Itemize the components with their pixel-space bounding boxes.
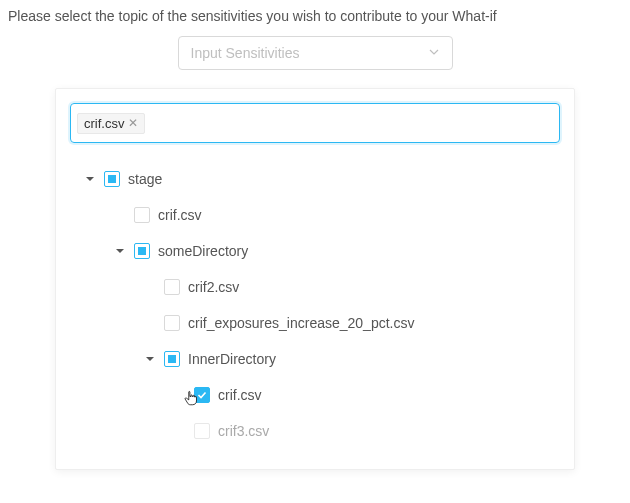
- checkbox-indeterminate[interactable]: [104, 171, 120, 187]
- caret-down-icon[interactable]: [144, 353, 156, 365]
- tree-node-stage[interactable]: stage: [66, 161, 564, 197]
- topic-select[interactable]: Input Sensitivities: [178, 36, 453, 70]
- checkbox-unchecked[interactable]: [164, 279, 180, 295]
- tree-node-label[interactable]: InnerDirectory: [188, 351, 276, 367]
- tree-node-crif-exposures[interactable]: crif_exposures_increase_20_pct.csv: [66, 305, 564, 341]
- checkbox-checked[interactable]: [194, 387, 210, 403]
- tree-node-innerdirectory[interactable]: InnerDirectory: [66, 341, 564, 377]
- tree-select-dropdown: crif.csv ✕ stage crif.csv someDirectory: [55, 88, 575, 470]
- tree-node-label[interactable]: stage: [128, 171, 162, 187]
- remove-tag-icon[interactable]: ✕: [128, 117, 138, 129]
- tree-node-crif[interactable]: crif.csv: [66, 197, 564, 233]
- tree-node-label[interactable]: crif.csv: [218, 387, 262, 403]
- file-tree: stage crif.csv someDirectory crif2.csv c…: [56, 157, 574, 469]
- search-tag-label: crif.csv: [84, 116, 124, 131]
- tree-node-label[interactable]: crif.csv: [158, 207, 202, 223]
- caret-down-icon[interactable]: [114, 245, 126, 257]
- checkbox-indeterminate[interactable]: [134, 243, 150, 259]
- tree-node-somedirectory[interactable]: someDirectory: [66, 233, 564, 269]
- tree-node-crif2[interactable]: crif2.csv: [66, 269, 564, 305]
- tree-node-crif3[interactable]: crif3.csv: [66, 413, 564, 449]
- checkbox-unchecked[interactable]: [164, 315, 180, 331]
- tree-node-label[interactable]: crif2.csv: [188, 279, 239, 295]
- checkbox-unchecked[interactable]: [134, 207, 150, 223]
- checkbox-unchecked[interactable]: [194, 423, 210, 439]
- tree-node-label[interactable]: crif3.csv: [218, 423, 269, 439]
- tree-node-label[interactable]: crif_exposures_increase_20_pct.csv: [188, 315, 414, 331]
- tree-node-label[interactable]: someDirectory: [158, 243, 248, 259]
- checkbox-indeterminate[interactable]: [164, 351, 180, 367]
- instruction-text: Please select the topic of the sensitivi…: [8, 8, 622, 24]
- tree-node-inner-crif[interactable]: crif.csv: [66, 377, 564, 413]
- caret-down-icon[interactable]: [84, 173, 96, 185]
- search-tag[interactable]: crif.csv ✕: [77, 113, 145, 134]
- search-input[interactable]: crif.csv ✕: [70, 103, 560, 143]
- topic-select-placeholder: Input Sensitivities: [191, 45, 300, 61]
- chevron-down-icon: [428, 45, 440, 61]
